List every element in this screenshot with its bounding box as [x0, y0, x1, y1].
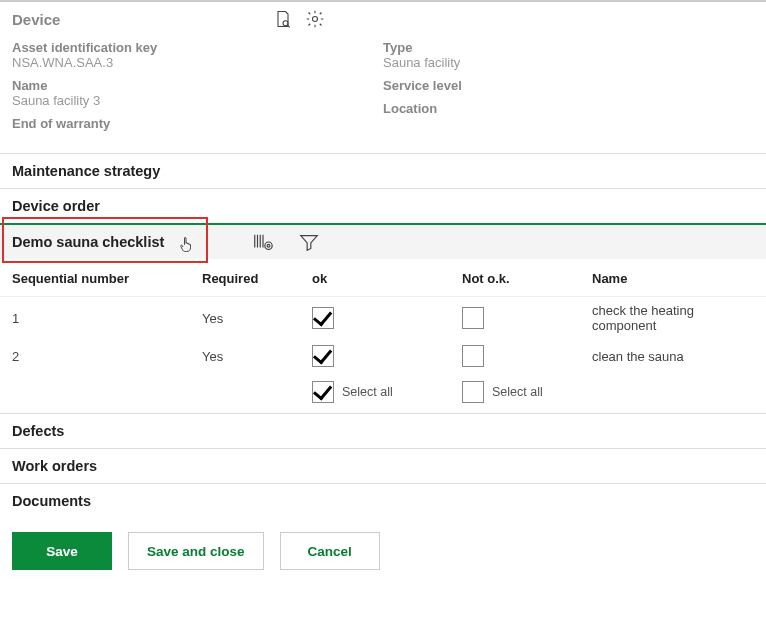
notok-checkbox[interactable]	[462, 307, 484, 329]
defects-header[interactable]: Defects	[0, 413, 766, 448]
select-all-ok-label: Select all	[342, 385, 393, 399]
select-all-notok-label: Select all	[492, 385, 543, 399]
asset-id-value: NSA.WNA.SAA.3	[12, 55, 383, 70]
pointer-cursor-icon	[178, 235, 194, 256]
table-row: 2Yesclean the sauna	[0, 339, 766, 373]
device-right-col: Type Sauna facility Service level Locati…	[383, 36, 754, 139]
ok-checkbox[interactable]	[312, 307, 334, 329]
device-order-header[interactable]: Device order	[0, 188, 766, 223]
documents-header[interactable]: Documents	[0, 483, 766, 518]
asset-id-label: Asset identification key	[12, 40, 383, 55]
cell-seq: 1	[0, 297, 190, 340]
notok-checkbox[interactable]	[462, 345, 484, 367]
preview-icon[interactable]	[272, 8, 294, 30]
name-label: Name	[12, 78, 383, 93]
name-value: Sauna facility 3	[12, 93, 383, 108]
button-row: Save Save and close Cancel	[0, 518, 766, 590]
checklist-table: Sequential number Required ok Not o.k. N…	[0, 263, 766, 413]
select-all-ok-checkbox[interactable]	[312, 381, 334, 403]
service-level-label: Service level	[383, 78, 754, 93]
col-seq: Sequential number	[0, 263, 190, 297]
gear-icon[interactable]	[304, 8, 326, 30]
location-label: Location	[383, 101, 754, 116]
col-required: Required	[190, 263, 300, 297]
svg-point-2	[265, 242, 272, 249]
filter-icon[interactable]	[298, 231, 320, 253]
cell-name: clean the sauna	[580, 339, 766, 373]
type-label: Type	[383, 40, 754, 55]
checklist-header-bar[interactable]: Demo sauna checklist	[0, 223, 766, 259]
svg-point-0	[283, 21, 288, 26]
select-all-row: Select allSelect all	[0, 373, 766, 413]
cell-seq: 2	[0, 339, 190, 373]
table-header-row: Sequential number Required ok Not o.k. N…	[0, 263, 766, 297]
device-left-col: Asset identification key NSA.WNA.SAA.3 N…	[12, 36, 383, 139]
device-section: Device Asset identification key NSA.WNA.…	[0, 0, 766, 153]
cancel-button[interactable]: Cancel	[280, 532, 380, 570]
work-orders-header[interactable]: Work orders	[0, 448, 766, 483]
col-name: Name	[580, 263, 766, 297]
svg-point-3	[267, 244, 270, 247]
maintenance-strategy-header[interactable]: Maintenance strategy	[0, 153, 766, 188]
svg-point-1	[313, 17, 318, 22]
save-and-close-button[interactable]: Save and close	[128, 532, 264, 570]
barcode-settings-icon[interactable]	[252, 231, 274, 253]
cell-required: Yes	[190, 297, 300, 340]
cell-name: check the heating component	[580, 297, 766, 340]
cell-required: Yes	[190, 339, 300, 373]
select-all-notok-checkbox[interactable]	[462, 381, 484, 403]
table-row: 1Yescheck the heating component	[0, 297, 766, 340]
eow-label: End of warranty	[12, 116, 383, 131]
save-button[interactable]: Save	[12, 532, 112, 570]
col-notok: Not o.k.	[450, 263, 580, 297]
checklist-title: Demo sauna checklist	[12, 234, 182, 250]
device-section-title: Device	[12, 11, 272, 28]
type-value: Sauna facility	[383, 55, 754, 70]
ok-checkbox[interactable]	[312, 345, 334, 367]
col-ok: ok	[300, 263, 450, 297]
